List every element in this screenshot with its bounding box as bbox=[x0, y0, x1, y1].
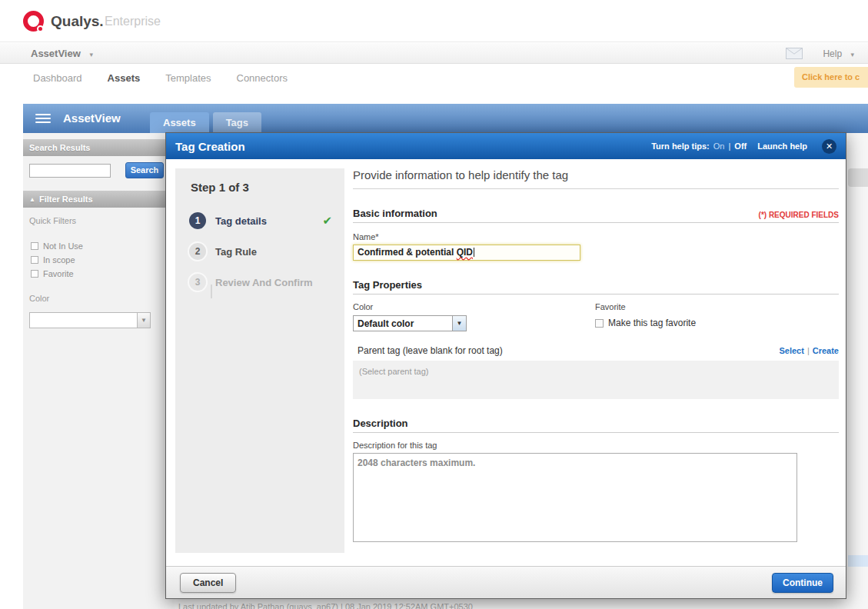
chevron-down-icon: ▼ bbox=[452, 316, 466, 331]
chevron-down-icon: ▾ bbox=[89, 51, 93, 58]
text-cursor bbox=[474, 248, 474, 257]
modal-header: Tag Creation Turn help tips: On | Off La… bbox=[166, 133, 846, 159]
step-tag-details[interactable]: 1 Tag details ✔ bbox=[189, 212, 344, 229]
checkbox-icon[interactable] bbox=[595, 319, 604, 328]
check-icon: ✔ bbox=[322, 214, 332, 228]
last-updated-status: Last updated by Atib Pathan (quays_ap67)… bbox=[178, 602, 473, 609]
favorite-option-label: Make this tag favorite bbox=[608, 318, 696, 328]
continue-button[interactable]: Continue bbox=[772, 573, 833, 593]
filter-results-label: Filter Results bbox=[39, 195, 93, 204]
favorite-option[interactable]: Make this tag favorite bbox=[595, 318, 696, 328]
favorite-label: Favorite bbox=[595, 302, 696, 311]
parent-tag-picker[interactable]: (Select parent tag) bbox=[353, 361, 839, 399]
help-menu[interactable]: Help ▾ bbox=[823, 48, 854, 59]
required-fields-note: (*) REQUIRED FIELDS bbox=[759, 211, 839, 219]
mail-icon[interactable] bbox=[786, 48, 803, 59]
filter-label: Favorite bbox=[43, 269, 74, 278]
section-title: Basic information bbox=[353, 208, 437, 219]
workspace-header: AssetView Assets Tags bbox=[23, 104, 868, 133]
step-number-badge: 3 bbox=[189, 274, 206, 291]
filter-label: In scope bbox=[43, 255, 75, 265]
name-label: Name* bbox=[353, 232, 839, 241]
select-parent-link[interactable]: Select bbox=[779, 346, 803, 355]
nav-assets[interactable]: Assets bbox=[108, 72, 141, 84]
help-tips-label: Turn help tips: bbox=[651, 141, 710, 151]
basic-information-section-header: Basic information (*) REQUIRED FIELDS bbox=[353, 208, 839, 223]
module-switcher[interactable]: AssetView ▾ bbox=[31, 43, 93, 64]
step-tag-rule[interactable]: 2 Tag Rule bbox=[189, 243, 344, 260]
checkbox-icon[interactable] bbox=[31, 242, 38, 250]
logo-dot bbox=[37, 25, 44, 32]
notification-banner[interactable]: Click here to c bbox=[794, 67, 868, 88]
qualys-app: Qualys. Enterprise AssetView ▾ Help ▾ Da… bbox=[0, 0, 868, 609]
chevron-down-icon: ▼ bbox=[137, 313, 150, 328]
cancel-button[interactable]: Cancel bbox=[180, 573, 236, 593]
color-column: Color Default color ▼ bbox=[353, 302, 595, 331]
filter-favorite[interactable]: Favorite bbox=[31, 269, 74, 278]
appbar-right: Help ▾ bbox=[786, 43, 854, 64]
content-heading: Provide information to help identify the… bbox=[353, 168, 839, 189]
nav-connectors[interactable]: Connectors bbox=[237, 72, 288, 84]
color-dropdown-value: Default color bbox=[354, 318, 414, 329]
top-header: Qualys. Enterprise bbox=[0, 0, 868, 42]
launch-help-link[interactable]: Launch help bbox=[757, 141, 807, 151]
tab-tags[interactable]: Tags bbox=[213, 112, 261, 133]
step-review-confirm[interactable]: 3 Review And Confirm bbox=[189, 274, 344, 291]
qualys-logo-icon[interactable] bbox=[23, 11, 44, 32]
color-filter-dropdown[interactable]: ▼ bbox=[29, 312, 151, 328]
checkbox-icon[interactable] bbox=[31, 256, 38, 264]
create-parent-link[interactable]: Create bbox=[813, 346, 839, 355]
section-title: Description bbox=[353, 418, 408, 429]
page-edge-footer bbox=[848, 555, 868, 567]
nav-dashboard[interactable]: Dashboard bbox=[33, 72, 82, 84]
close-icon[interactable]: ✕ bbox=[822, 139, 836, 154]
search-results-header: Search Results bbox=[23, 139, 175, 156]
separator: | bbox=[807, 346, 810, 355]
help-tips-on-link[interactable]: On bbox=[713, 141, 725, 151]
separator: | bbox=[728, 141, 730, 151]
step-label: Tag details bbox=[215, 215, 267, 227]
color-filter-label: Color bbox=[29, 294, 49, 303]
name-value: Confirmed & potential bbox=[358, 247, 457, 258]
favorite-column: Favorite Make this tag favorite bbox=[595, 302, 696, 331]
properties-row: Color Default color ▼ Favorite Make this… bbox=[353, 302, 839, 331]
nav-templates[interactable]: Templates bbox=[165, 72, 211, 84]
step-number-badge: 1 bbox=[189, 212, 206, 229]
menu-icon[interactable] bbox=[35, 114, 51, 125]
help-label: Help bbox=[823, 48, 842, 59]
step-label: Tag Rule bbox=[215, 246, 257, 258]
parent-tag-links: Select|Create bbox=[779, 346, 839, 355]
help-tips-controls: Turn help tips: On | Off Launch help ✕ bbox=[651, 139, 836, 154]
color-dropdown[interactable]: Default color ▼ bbox=[353, 315, 467, 331]
tag-properties-section-header: Tag Properties bbox=[353, 279, 839, 295]
chevron-down-icon: ▾ bbox=[850, 51, 854, 58]
section-title: Tag Properties bbox=[353, 279, 422, 291]
step-heading: Step 1 of 3 bbox=[175, 168, 344, 194]
description-label: Description for this tag bbox=[353, 441, 839, 450]
workspace-tabs: Assets Tags bbox=[150, 112, 261, 133]
modal-content: Provide information to help identify the… bbox=[353, 168, 839, 542]
help-tips-off-link[interactable]: Off bbox=[734, 141, 747, 151]
search-sidebar: Search Results Search ▲Filter Results Qu… bbox=[23, 133, 175, 609]
brand-edition: Enterprise bbox=[105, 15, 161, 28]
workspace-title: AssetView bbox=[63, 104, 121, 133]
page-edge-panel bbox=[848, 168, 868, 187]
filter-not-in-use[interactable]: Not In Use bbox=[31, 241, 83, 251]
filter-in-scope[interactable]: In scope bbox=[31, 255, 75, 265]
search-input[interactable] bbox=[29, 164, 111, 178]
step-number-badge: 2 bbox=[189, 243, 206, 260]
tab-assets[interactable]: Assets bbox=[150, 112, 209, 133]
modal-footer: Cancel Continue bbox=[166, 566, 846, 598]
description-textarea[interactable] bbox=[353, 453, 797, 542]
filter-results-header[interactable]: ▲Filter Results bbox=[23, 191, 175, 208]
search-button[interactable]: Search bbox=[125, 162, 164, 178]
tag-name-input[interactable]: Confirmed & potential QID bbox=[353, 245, 580, 261]
collapse-triangle-icon: ▲ bbox=[29, 196, 35, 203]
wizard-steps-panel: Step 1 of 3 1 Tag details ✔ 2 Tag Rule 3… bbox=[175, 168, 344, 553]
parent-tag-row: Parent tag (leave blank for root tag) Se… bbox=[353, 345, 839, 356]
misspelled-word: QID bbox=[457, 247, 473, 258]
color-label: Color bbox=[353, 302, 595, 311]
parent-tag-placeholder: (Select parent tag) bbox=[359, 367, 429, 376]
modal-title: Tag Creation bbox=[175, 140, 651, 153]
checkbox-icon[interactable] bbox=[31, 270, 38, 278]
